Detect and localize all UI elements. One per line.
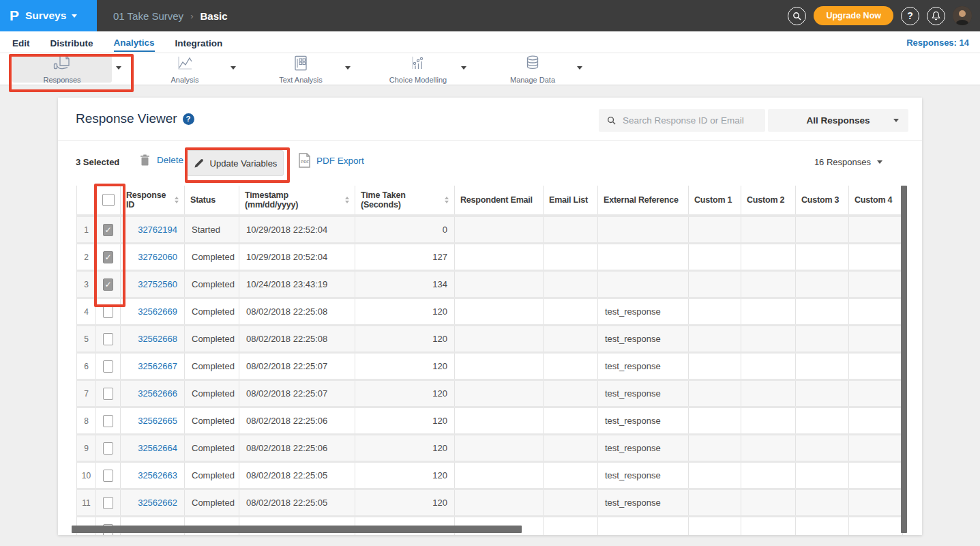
row-checkbox[interactable] [103, 388, 113, 400]
table-row: 632562667Completed08/02/2018 22:25:07120… [77, 354, 903, 381]
cell-timestamp: 08/02/2018 22:25:07 [239, 381, 355, 406]
responses-dropdown-caret[interactable] [116, 66, 121, 70]
row-checkbox[interactable] [103, 333, 113, 345]
analysis-dropdown-caret[interactable] [231, 66, 236, 70]
toolbar-group-analysis[interactable]: Analysis [135, 55, 235, 83]
cell-timestamp: 10/29/2018 22:52:04 [239, 217, 355, 242]
sort-icon[interactable] [345, 197, 349, 203]
nav-item-integration[interactable]: Integration [175, 34, 223, 51]
column-header-response_id[interactable]: Response ID [121, 186, 185, 214]
cell-response_id[interactable]: 32562666 [121, 381, 185, 406]
toolbar-group-choice-modelling[interactable]: Choice Modelling [368, 55, 468, 83]
cell-custom2 [741, 517, 796, 535]
toolbar-group-responses[interactable]: Responses [12, 55, 112, 83]
cell-email_list [544, 217, 598, 242]
cell-check [96, 463, 121, 488]
cell-email_list [544, 517, 598, 535]
notifications-bell-icon[interactable] [927, 7, 945, 25]
cell-response_id[interactable]: 32562665 [121, 408, 185, 433]
table-row: 932562664Completed08/02/2018 22:25:06120… [77, 435, 903, 463]
row-checkbox[interactable] [103, 442, 113, 455]
cell-response_id[interactable]: 32562668 [121, 326, 185, 351]
nav-item-distribute[interactable]: Distribute [50, 34, 93, 51]
row-checkbox[interactable]: ✓ [103, 224, 113, 236]
cell-custom1 [689, 381, 741, 406]
filter-selected-value: All Responses [806, 115, 870, 126]
cell-response_id[interactable]: 32562667 [121, 354, 185, 379]
sort-icon[interactable] [445, 197, 449, 203]
text-analysis-dropdown-caret[interactable] [345, 66, 351, 70]
select-all-checkbox[interactable] [102, 194, 115, 206]
choice-modelling-dropdown-caret[interactable] [461, 66, 466, 70]
product-menu[interactable]: P Surveys [0, 0, 97, 31]
manage-data-dropdown-caret[interactable] [577, 66, 582, 70]
toolbar-group-label: Text Analysis [279, 76, 323, 84]
cell-custom4 [849, 490, 903, 515]
cell-custom3 [796, 217, 849, 242]
survey-nav: Edit Distribute Analytics Integration Re… [0, 31, 980, 53]
delete-button[interactable]: Delete [140, 154, 183, 166]
table-row: 532562668Completed08/02/2018 22:25:08120… [77, 326, 903, 354]
cell-custom3 [796, 244, 849, 270]
vertical-scrollbar[interactable] [901, 186, 907, 533]
pdf-export-button[interactable]: PDF PDF Export [298, 153, 364, 168]
cell-respondent_email [455, 217, 544, 242]
bulk-action-bar: 3 Selected Delete Update Variables PDF P… [58, 149, 922, 177]
cell-timestamp: 08/02/2018 22:25:08 [239, 326, 355, 351]
column-header-label: Email List [549, 195, 588, 205]
toolbar-group-manage-data[interactable]: Manage Data [483, 55, 582, 83]
cell-email_list [544, 244, 598, 270]
cell-response_id[interactable]: 32562663 [121, 463, 185, 488]
nav-item-analytics[interactable]: Analytics [114, 33, 155, 52]
cell-response_id[interactable]: 32562664 [121, 435, 185, 461]
response-filter-dropdown[interactable]: All Responses [768, 109, 908, 132]
cell-external_reference [598, 272, 689, 297]
cell-custom2 [741, 463, 796, 488]
row-checkbox[interactable] [103, 360, 113, 373]
toolbar-group-text-analysis[interactable]: Text Analysis [251, 55, 351, 83]
toolbar-group-label: Analysis [171, 76, 199, 84]
row-checkbox[interactable]: ✓ [103, 278, 113, 291]
cell-custom1 [689, 217, 741, 242]
row-checkbox[interactable] [103, 415, 113, 427]
cell-email_list [544, 490, 598, 515]
viewer-help-icon[interactable]: ? [183, 113, 194, 125]
row-checkbox[interactable] [103, 306, 113, 318]
cell-check [96, 381, 121, 406]
upgrade-now-button[interactable]: Upgrade Now [814, 6, 893, 25]
column-header-timestamp[interactable]: Timestamp (mm/dd/yyyy) [239, 186, 355, 214]
responses-count-dropdown[interactable]: 16 Responses [814, 157, 882, 167]
cell-response_id[interactable]: 32562669 [121, 299, 185, 324]
cell-custom4 [849, 217, 903, 242]
search-input[interactable] [621, 115, 754, 126]
row-checkbox[interactable] [103, 470, 113, 482]
nav-item-edit[interactable]: Edit [12, 34, 30, 51]
cell-response_id[interactable]: 32752560 [121, 272, 185, 297]
cell-timestamp: 08/02/2018 22:25:05 [239, 490, 355, 515]
breadcrumb-current: Basic [200, 10, 227, 22]
product-menu-label: Surveys [25, 10, 66, 22]
cell-time_taken: 120 [355, 299, 455, 324]
breadcrumb-survey-name[interactable]: 01 Take Survey [113, 10, 183, 22]
cell-time_taken: 120 [355, 435, 455, 461]
column-header-time_taken[interactable]: Time Taken (Seconds) [355, 186, 455, 214]
update-variables-button[interactable]: Update Variables [187, 150, 284, 176]
help-icon[interactable]: ? [901, 7, 919, 25]
cell-time_taken: 120 [355, 381, 455, 406]
sort-icon[interactable] [175, 197, 179, 203]
column-header-label: External Reference [604, 195, 679, 205]
cell-respondent_email [455, 408, 544, 433]
search-icon[interactable] [788, 7, 806, 25]
column-header-label: Custom 1 [694, 195, 732, 205]
cell-response_id[interactable]: 32762194 [121, 217, 185, 242]
cell-custom4 [849, 244, 903, 270]
cell-custom3 [796, 435, 849, 461]
cell-status: Completed [185, 326, 239, 351]
cell-custom1 [689, 299, 741, 324]
row-checkbox[interactable] [103, 497, 113, 509]
user-avatar[interactable] [953, 6, 972, 25]
cell-response_id[interactable]: 32562662 [121, 490, 185, 515]
cell-response_id[interactable]: 32762060 [121, 244, 185, 270]
horizontal-scrollbar[interactable] [72, 526, 522, 533]
row-checkbox[interactable]: ✓ [103, 251, 113, 263]
